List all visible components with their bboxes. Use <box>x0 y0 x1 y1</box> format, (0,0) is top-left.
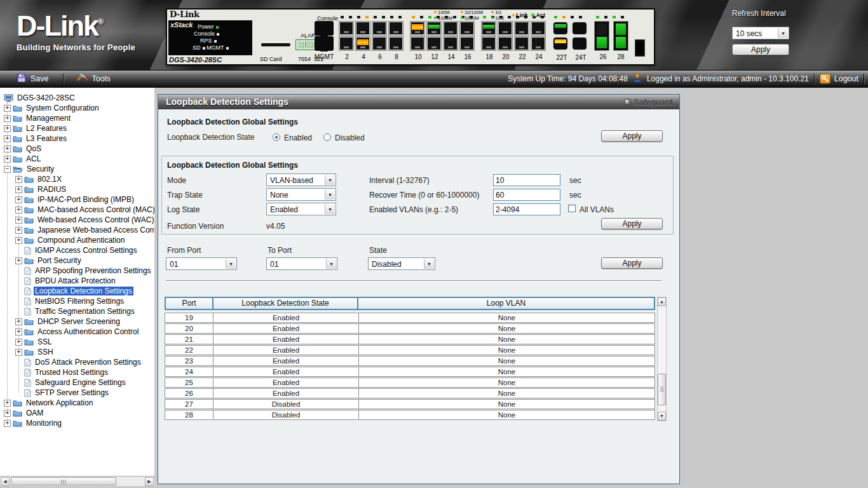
sidebar-item-qos[interactable]: +QoS <box>0 144 154 154</box>
horizontal-scrollbar-thumb[interactable] <box>11 477 116 485</box>
disabled-radio[interactable] <box>323 133 331 141</box>
sidebar-item-compound-authentication[interactable]: +Compound Authentication <box>0 235 154 245</box>
sidebar-item-system-configuration[interactable]: +System Configuration <box>0 103 154 113</box>
state-cell: Enabled <box>214 346 359 355</box>
plus-expander-icon[interactable]: + <box>4 400 11 407</box>
sidebar-item-port-security[interactable]: +Port Security <box>0 255 154 266</box>
plus-expander-icon[interactable]: + <box>15 196 22 203</box>
port-cell: 22 <box>165 346 214 355</box>
scroll-down-button[interactable]: ▼ <box>658 412 666 421</box>
plus-expander-icon[interactable]: + <box>15 257 22 264</box>
plus-expander-icon[interactable]: + <box>4 125 11 132</box>
sidebar-item-access-authentication-control[interactable]: +Access Authentication Control <box>0 327 154 337</box>
chevron-down-icon[interactable]: ▼ <box>778 28 788 38</box>
sidebar-item-mac-based-access-control-mac[interactable]: +MAC-based Access Control (MAC) <box>0 205 154 215</box>
sidebar-item-ip-mac-port-binding-impb[interactable]: +IP-MAC-Port Binding (IMPB) <box>0 194 154 205</box>
sidebar-item-sftp-server-settings[interactable]: SFTP Server Settings <box>0 388 154 398</box>
minus-expander-icon[interactable]: − <box>4 166 11 173</box>
sidebar-horizontal-scrollbar[interactable]: ◀ ▶ <box>0 476 154 486</box>
refresh-interval-select[interactable]: 10 secs ▼ <box>732 27 789 39</box>
sidebar-item-dos-attack-prevention-settings[interactable]: DoS Attack Prevention Settings <box>0 357 154 367</box>
plus-expander-icon[interactable]: + <box>4 135 11 142</box>
recover-time-input[interactable] <box>493 189 560 201</box>
chevron-down-icon[interactable]: ▼ <box>326 259 336 269</box>
scroll-up-button[interactable]: ▲ <box>658 297 666 306</box>
sidebar-item-traffic-segmentation-settings[interactable]: Traffic Segmentation Settings <box>0 306 154 316</box>
chevron-down-icon[interactable]: ▼ <box>424 259 434 269</box>
sidebar-item-radius[interactable]: +RADIUS <box>0 184 154 194</box>
sidebar-item-network-application[interactable]: +Network Application <box>0 398 154 408</box>
scroll-right-button[interactable]: ▶ <box>145 477 154 486</box>
logout-button[interactable]: Logout <box>820 74 858 84</box>
plus-expander-icon[interactable]: + <box>4 420 11 427</box>
sidebar-item-japanese-web-based-access-control[interactable]: +Japanese Web-based Access Control <box>0 225 154 235</box>
sidebar-item-dgs-3420-28sc[interactable]: DGS-3420-28SC <box>0 93 154 103</box>
scroll-left-button[interactable]: ◀ <box>1 477 10 486</box>
plus-expander-icon[interactable]: + <box>15 349 22 356</box>
sidebar-item-arp-spoofing-prevention-settings[interactable]: ARP Spoofing Prevention Settings <box>0 266 154 276</box>
sidebar-item-security[interactable]: −Security <box>0 164 154 174</box>
sidebar-item-oam[interactable]: +OAM <box>0 408 154 418</box>
chevron-down-icon[interactable]: ▼ <box>325 189 335 200</box>
sidebar-item-dhcp-server-screening[interactable]: +DHCP Server Screening <box>0 316 154 327</box>
enabled-radio[interactable] <box>273 133 280 141</box>
sidebar-item-web-based-access-control-wac[interactable]: +Web-based Access Control (WAC) <box>0 215 154 225</box>
plus-expander-icon[interactable]: + <box>4 105 11 112</box>
sidebar-item-netbios-filtering-settings[interactable]: NetBIOS Filtering Settings <box>0 296 154 306</box>
save-button[interactable]: Save <box>17 73 49 85</box>
plus-expander-icon[interactable]: + <box>4 146 11 152</box>
mode-select[interactable]: VLAN-based▼ <box>266 173 336 186</box>
plus-expander-icon[interactable]: + <box>4 115 11 122</box>
plus-expander-icon[interactable]: + <box>15 207 22 214</box>
sidebar-item-management[interactable]: +Management <box>0 113 154 123</box>
port-led-indicator <box>613 16 616 18</box>
trap-state-select[interactable]: None▼ <box>266 188 336 201</box>
sidebar-item-l2-features[interactable]: +L2 Features <box>0 123 154 133</box>
plus-expander-icon[interactable]: + <box>15 186 22 193</box>
tools-button[interactable]: Tools <box>78 73 111 85</box>
folder-icon <box>24 236 34 244</box>
plus-expander-icon[interactable]: + <box>15 329 22 336</box>
expander-spacer <box>15 250 22 251</box>
console-led-label: Console <box>194 30 215 37</box>
to-port-select[interactable]: 01▼ <box>266 257 337 270</box>
global-settings-apply-button[interactable]: Apply <box>601 218 663 229</box>
plus-expander-icon[interactable]: + <box>15 227 22 234</box>
sidebar-item-ssl[interactable]: +SSL <box>0 337 154 347</box>
table-vertical-scrollbar[interactable]: ▲ ▼ <box>657 297 667 421</box>
sidebar-item-trusted-host-settings[interactable]: Trusted Host Settings <box>0 367 154 377</box>
refresh-apply-button[interactable]: Apply <box>732 44 789 55</box>
plus-expander-icon[interactable]: + <box>15 318 22 325</box>
log-state-select[interactable]: Enabled▼ <box>266 203 336 215</box>
chevron-down-icon[interactable]: ▼ <box>325 175 335 185</box>
port-state-select[interactable]: Disabled▼ <box>368 257 435 270</box>
sidebar-item-bpdu-attack-protection[interactable]: BPDU Attack Protection <box>0 276 154 286</box>
plus-expander-icon[interactable]: + <box>15 339 22 346</box>
from-port-select[interactable]: 01▼ <box>166 257 237 270</box>
plus-expander-icon[interactable]: + <box>4 156 11 163</box>
vertical-scrollbar-thumb[interactable] <box>658 374 666 405</box>
port-led-indicator <box>604 16 607 18</box>
sidebar-item-safeguard-engine-settings[interactable]: Safeguard Engine Settings <box>0 377 154 388</box>
sidebar-item-monitoring[interactable]: +Monitoring <box>0 418 154 428</box>
sidebar-item-ssh[interactable]: +SSH <box>0 347 154 357</box>
chevron-down-icon[interactable]: ▼ <box>325 204 335 214</box>
plus-expander-icon[interactable]: + <box>15 237 22 244</box>
sidebar-item-loopback-detection-settings[interactable]: Loopback Detection Settings <box>0 286 154 296</box>
chevron-down-icon[interactable]: ▼ <box>226 259 236 269</box>
sidebar-item-igmp-access-control-settings[interactable]: IGMP Access Control Settings <box>0 245 154 255</box>
enabled-vlans-input[interactable] <box>493 203 560 215</box>
interval-input[interactable] <box>493 174 560 186</box>
green-led-icon <box>491 17 494 19</box>
sidebar-item-l3-features[interactable]: +L3 Features <box>0 133 154 144</box>
port-apply-button[interactable]: Apply <box>601 257 663 269</box>
plus-expander-icon[interactable]: + <box>15 217 22 224</box>
sidebar-item-acl[interactable]: +ACL <box>0 154 154 164</box>
plus-expander-icon[interactable]: + <box>15 176 22 183</box>
log-state-label: Log State <box>167 205 200 214</box>
global-state-apply-button[interactable]: Apply <box>601 130 663 142</box>
page-title-bar: Loopback Detection Settings Safeguard <box>158 95 679 109</box>
plus-expander-icon[interactable]: + <box>4 410 11 417</box>
all-vlans-checkbox[interactable] <box>568 205 576 212</box>
sidebar-item-802-1x[interactable]: +802.1X <box>0 174 154 184</box>
